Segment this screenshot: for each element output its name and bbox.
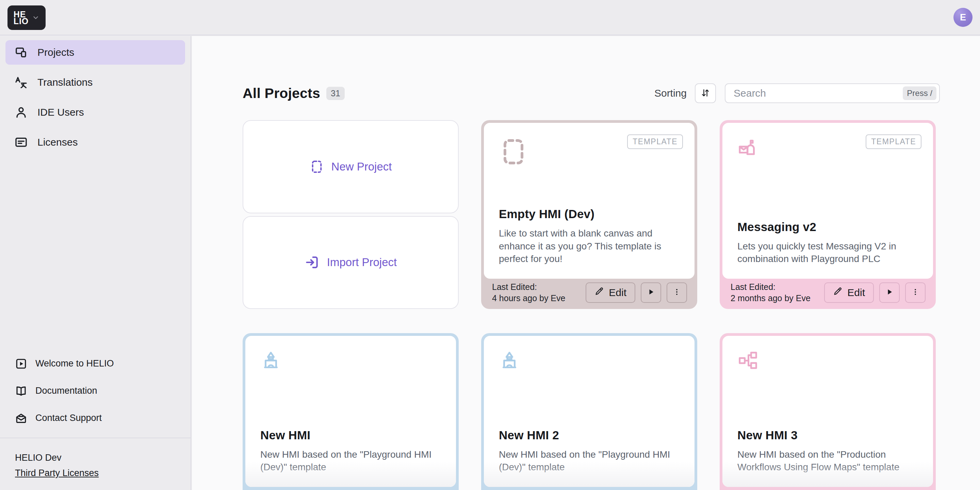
- more-options-button[interactable]: [667, 282, 687, 303]
- play-square-icon: [15, 358, 27, 370]
- sidebar-item-label: Licenses: [37, 137, 78, 148]
- edit-label: Edit: [847, 287, 865, 298]
- sidebar-item-welcome[interactable]: Welcome to HELIO: [5, 353, 185, 375]
- play-icon: [885, 287, 894, 298]
- helio-logo: HE LIO: [14, 11, 29, 25]
- project-card-body[interactable]: New HMI New HMI based on the "Playground…: [245, 336, 456, 487]
- project-title: New HMI 3: [737, 428, 918, 442]
- project-description: Lets you quickly test Messaging V2 in co…: [737, 240, 918, 265]
- project-title: New HMI 2: [499, 428, 679, 442]
- helio-logo-menu-button[interactable]: HE LIO: [8, 5, 46, 30]
- new-project-label: New Project: [331, 160, 392, 173]
- user-avatar[interactable]: E: [953, 8, 972, 27]
- logo-line-2: LIO: [14, 16, 29, 26]
- project-card-new-hmi-2: New HMI 2 New HMI based on the "Playgrou…: [481, 333, 697, 490]
- project-card-messaging-v2: TEMPLATE Messaging v2 Lets you quickly t…: [720, 120, 936, 309]
- project-card-body[interactable]: New HMI 3 New HMI based on the "Producti…: [722, 336, 933, 487]
- sidebar-item-label: Projects: [37, 47, 74, 58]
- sidebar-item-ide-users[interactable]: IDE Users: [5, 100, 185, 124]
- project-card-body[interactable]: TEMPLATE Messaging v2 Lets you quickly t…: [722, 123, 933, 279]
- import-project-card[interactable]: Import Project: [243, 216, 459, 309]
- edit-label: Edit: [609, 287, 627, 298]
- edit-button[interactable]: Edit: [585, 282, 635, 303]
- last-edited-label: Last Edited:: [730, 282, 775, 292]
- import-icon: [305, 255, 320, 270]
- sorting-label: Sorting: [654, 88, 687, 99]
- pencil-icon: [833, 286, 843, 298]
- new-project-card[interactable]: New Project: [243, 120, 459, 213]
- projects-grid: New Project Import Project TEMPLATE: [243, 120, 936, 490]
- sort-direction-button[interactable]: [695, 83, 716, 103]
- playground-castle-icon: [260, 350, 441, 371]
- sidebar-item-label: Welcome to HELIO: [35, 358, 114, 369]
- chevron-down-icon: [32, 14, 40, 21]
- last-edited-value: 4 hours ago by Eve: [492, 293, 565, 303]
- flow-map-icon: [737, 350, 918, 371]
- sidebar-item-contact-support[interactable]: Contact Support: [5, 407, 185, 430]
- run-button[interactable]: [641, 282, 661, 303]
- project-title: Messaging v2: [737, 220, 918, 234]
- projects-icon: [14, 46, 28, 59]
- play-icon: [647, 287, 655, 298]
- more-options-button[interactable]: [905, 282, 926, 303]
- project-title: Empty HMI (Dev): [499, 207, 679, 221]
- last-edited-info: Last Edited: 2 months ago by Eve: [730, 282, 811, 304]
- dashed-frame-icon: [310, 159, 324, 174]
- sidebar-item-translations[interactable]: Translations: [5, 70, 185, 95]
- page-title: All Projects: [243, 86, 320, 102]
- avatar-initial: E: [960, 12, 966, 23]
- user-icon: [14, 105, 28, 119]
- book-icon: [15, 385, 27, 397]
- sidebar: Projects Translations ID: [0, 36, 191, 490]
- project-card-footer: Last Edited: 2 months ago by Eve Edit: [722, 279, 933, 306]
- last-edited-info: Last Edited: 4 hours ago by Eve: [492, 282, 565, 304]
- template-badge: TEMPLATE: [865, 134, 921, 149]
- sort-arrows-icon: [700, 88, 711, 99]
- project-card-body[interactable]: TEMPLATE Empty HMI (Dev) Like to start w…: [484, 123, 695, 279]
- run-button[interactable]: [879, 282, 900, 303]
- sidebar-utility-nav: Welcome to HELIO Documentation: [0, 353, 191, 430]
- third-party-licenses-link[interactable]: Third Party Licenses: [15, 466, 99, 480]
- project-card-body[interactable]: New HMI 2 New HMI based on the "Playgrou…: [484, 336, 695, 487]
- sidebar-item-label: Contact Support: [35, 413, 102, 423]
- sidebar-spacer: [0, 154, 191, 353]
- project-description: New HMI based on the "Production Workflo…: [737, 448, 918, 473]
- project-description: New HMI based on the "Playground HMI (De…: [260, 448, 441, 473]
- import-project-label: Import Project: [327, 256, 397, 269]
- playground-castle-icon: [499, 350, 679, 371]
- project-actions-column: New Project Import Project: [243, 120, 459, 309]
- edit-button[interactable]: Edit: [824, 282, 874, 303]
- sidebar-nav: Projects Translations ID: [0, 36, 191, 154]
- helio-ide-projects-page: HE LIO E Projects: [0, 0, 980, 490]
- main-content: All Projects 31 Sorting Press /: [192, 36, 980, 490]
- project-card-empty-hmi-dev: TEMPLATE Empty HMI (Dev) Like to start w…: [481, 120, 697, 309]
- sidebar-item-licenses[interactable]: Licenses: [5, 130, 185, 154]
- search-field: Press /: [725, 83, 940, 103]
- projects-header: All Projects 31 Sorting Press /: [243, 83, 940, 103]
- header-controls: Sorting Press /: [654, 83, 940, 103]
- sidebar-item-label: Documentation: [35, 385, 97, 396]
- topbar: HE LIO E: [0, 0, 980, 35]
- sidebar-item-documentation[interactable]: Documentation: [5, 380, 185, 402]
- license-card-icon: [14, 135, 28, 149]
- search-shortcut-hint: Press /: [903, 86, 937, 100]
- kebab-menu-icon: [673, 287, 681, 298]
- sidebar-item-projects[interactable]: Projects: [5, 40, 185, 65]
- project-description: Like to start with a blank canvas and en…: [499, 227, 679, 265]
- last-edited-value: 2 months ago by Eve: [730, 293, 811, 303]
- sidebar-item-label: IDE Users: [37, 107, 84, 118]
- app-version-label: HELIO Dev: [15, 451, 185, 465]
- project-description: New HMI based on the "Playground HMI (De…: [499, 448, 679, 473]
- template-badge: TEMPLATE: [627, 134, 683, 149]
- project-title: New HMI: [260, 428, 441, 442]
- sidebar-footer: HELIO Dev Third Party Licenses: [0, 438, 191, 490]
- project-count-badge: 31: [326, 87, 345, 100]
- project-card-footer: Last Edited: 4 hours ago by Eve Edit: [484, 279, 695, 306]
- pencil-icon: [595, 286, 604, 298]
- translations-icon: [14, 76, 28, 89]
- sidebar-item-label: Translations: [37, 76, 92, 88]
- last-edited-label: Last Edited:: [492, 282, 537, 292]
- mail-icon: [15, 412, 27, 424]
- kebab-menu-icon: [911, 287, 920, 298]
- project-card-new-hmi: New HMI New HMI based on the "Playground…: [243, 333, 459, 490]
